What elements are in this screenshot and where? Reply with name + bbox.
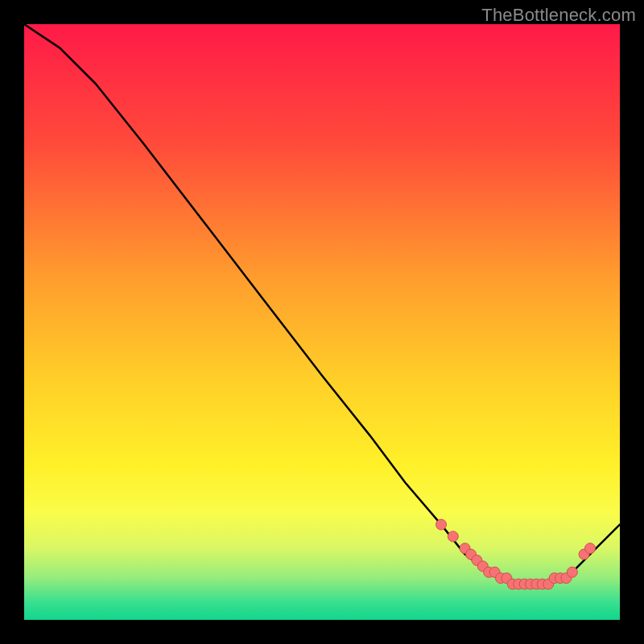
stage: TheBottleneck.com [0, 0, 644, 644]
data-point [448, 531, 458, 542]
watermark-text: TheBottleneck.com [481, 5, 636, 26]
data-point [585, 543, 596, 554]
data-point [567, 567, 577, 577]
heat-background [24, 24, 620, 620]
chart-svg [24, 24, 620, 620]
chart-area [24, 24, 620, 620]
data-point [436, 519, 447, 530]
